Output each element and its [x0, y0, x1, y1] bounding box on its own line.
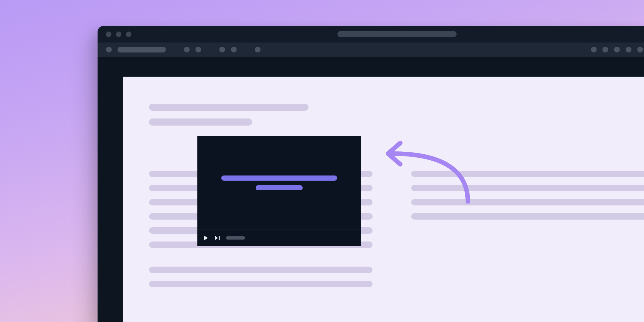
article: [149, 104, 644, 287]
volume-slider[interactable]: [226, 236, 245, 240]
close-window-button[interactable]: [106, 32, 111, 37]
video-controls: [197, 230, 361, 246]
video-title-placeholder: [221, 175, 337, 181]
text-line: [411, 199, 644, 205]
svg-rect-0: [219, 236, 220, 240]
heading-line: [149, 118, 252, 126]
text-line: [411, 213, 644, 220]
bookmark-bar: [98, 43, 644, 57]
picture-in-picture-video[interactable]: [197, 136, 361, 246]
zoom-window-button[interactable]: [126, 32, 131, 37]
article-body-column-right: [411, 171, 644, 287]
bookmark-favicon[interactable]: [106, 47, 112, 52]
next-track-icon[interactable]: [214, 235, 221, 241]
text-line: [149, 267, 373, 273]
video-subtitle-placeholder: [256, 185, 303, 190]
bookmark-favicon[interactable]: [255, 47, 260, 52]
bookmark-favicon[interactable]: [184, 47, 190, 52]
toolbar-icon[interactable]: [626, 47, 631, 52]
bookmark-favicon[interactable]: [219, 47, 225, 52]
page-viewport: [123, 77, 644, 322]
video-canvas: [197, 136, 361, 230]
toolbar-icon[interactable]: [591, 47, 597, 52]
url-bar[interactable]: [337, 31, 457, 37]
minimize-window-button[interactable]: [116, 32, 121, 37]
text-line: [149, 281, 373, 287]
play-icon[interactable]: [203, 235, 209, 241]
toolbar-icon[interactable]: [614, 47, 620, 52]
toolbar-icon[interactable]: [602, 47, 608, 52]
browser-window: [98, 26, 644, 322]
titlebar: [98, 26, 644, 43]
heading-line: [149, 104, 308, 111]
text-line: [411, 171, 644, 177]
bookmark-item[interactable]: [118, 47, 166, 52]
bookmark-favicon[interactable]: [195, 47, 201, 52]
text-line: [411, 185, 644, 191]
toolbar-icon[interactable]: [637, 47, 643, 52]
bookmark-favicon[interactable]: [231, 47, 237, 52]
